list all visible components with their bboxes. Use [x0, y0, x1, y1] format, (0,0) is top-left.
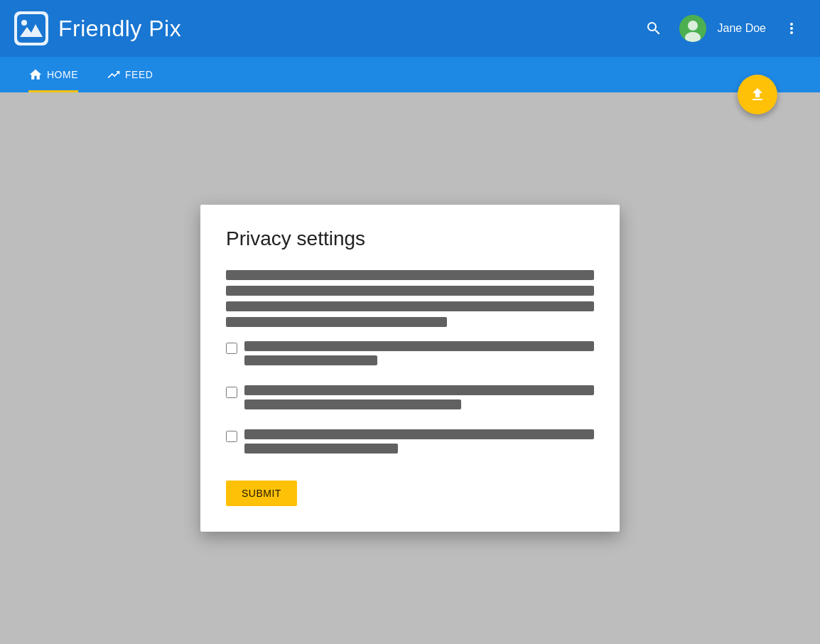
- desc-line-1: [226, 270, 594, 280]
- search-icon: [645, 20, 662, 37]
- svg-point-4: [688, 21, 698, 31]
- more-options-button[interactable]: [777, 14, 806, 43]
- app-title: Friendly Pix: [58, 16, 181, 42]
- checkbox-3[interactable]: [226, 431, 237, 442]
- header-right: Jane Doe: [640, 14, 806, 43]
- desc-line-4: [226, 317, 447, 327]
- cb3-line1: [244, 429, 594, 439]
- nav-home[interactable]: HOME: [14, 57, 92, 92]
- cb1-line1: [244, 341, 594, 351]
- logo-icon: [14, 11, 48, 45]
- checkbox-item-2: [226, 385, 594, 414]
- header: Friendly Pix Jane Doe: [0, 0, 820, 57]
- checkbox-2[interactable]: [226, 387, 237, 398]
- main-content: Privacy settings: [0, 92, 820, 644]
- cb2-line2: [244, 399, 461, 409]
- nav-feed-label: FEED: [125, 69, 153, 80]
- desc-line-3: [226, 301, 594, 311]
- checkbox-item-3: [226, 429, 594, 458]
- checkbox-1[interactable]: [226, 343, 237, 354]
- cb3-line2: [244, 444, 398, 454]
- avatar: [679, 15, 706, 42]
- navbar: HOME FEED: [0, 57, 820, 92]
- home-icon: [28, 68, 43, 82]
- svg-point-2: [21, 20, 27, 26]
- cb1-line2: [244, 355, 377, 365]
- cb2-line1: [244, 385, 594, 395]
- header-left: Friendly Pix: [14, 11, 181, 45]
- checkbox-item-1: [226, 341, 594, 370]
- checkbox-3-text: [244, 429, 594, 458]
- submit-button[interactable]: SUBMIT: [226, 481, 297, 506]
- upload-icon: [749, 86, 766, 103]
- nav-home-label: HOME: [47, 69, 78, 80]
- nav-feed[interactable]: FEED: [92, 57, 167, 92]
- desc-line-2: [226, 286, 594, 296]
- checkbox-2-text: [244, 385, 594, 414]
- privacy-settings-dialog: Privacy settings: [200, 205, 620, 532]
- description-block: [226, 270, 594, 327]
- checkbox-1-text: [244, 341, 594, 370]
- user-name-label: Jane Doe: [718, 22, 767, 35]
- search-button[interactable]: [640, 14, 668, 43]
- dialog-title: Privacy settings: [226, 227, 594, 250]
- svg-rect-1: [17, 14, 45, 43]
- feed-icon: [107, 68, 121, 82]
- upload-fab-button[interactable]: [738, 75, 777, 114]
- more-vert-icon: [783, 20, 800, 37]
